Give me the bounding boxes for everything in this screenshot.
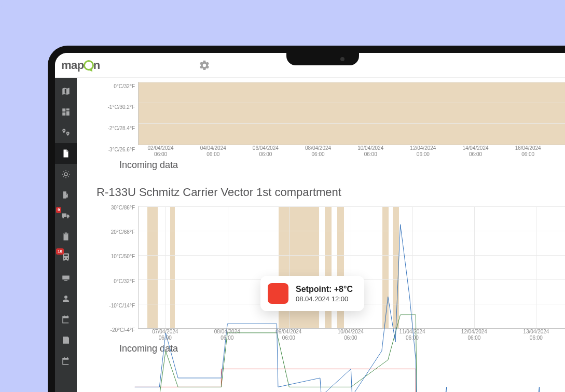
tooltip-title: Setpoint: +8°C (296, 285, 353, 294)
chart1-xtick: 06/04/202406:00 (253, 145, 279, 157)
logo-text-map: map (61, 59, 84, 72)
chart2-y-axis: 30°C/86°F 20°C/68°F 10°C/50°F 0°C/32°F -… (103, 207, 135, 330)
chart2-plot[interactable]: Setpoint: +8°C 08.04.2024 12:00 (138, 206, 565, 329)
chart2-ytick: 10°C/50°F (111, 254, 135, 259)
chart1-ytick: -2°C/28.4°F (108, 125, 135, 131)
chart2-tooltip: Setpoint: +8°C 08.04.2024 12:00 (260, 276, 364, 311)
chart2-xtick: 09/04/202406:00 (275, 329, 301, 341)
chart2-xtick: 12/04/202406:00 (461, 329, 487, 341)
sidebar-item-calendar[interactable] (55, 309, 77, 330)
chart2-x-axis: 07/04/202406:00 08/04/202406:00 09/04/20… (138, 329, 565, 342)
chart2-ytick: -10°C/14°F (109, 302, 135, 308)
chart1-band (139, 82, 565, 145)
sidebar-item-fuel[interactable] (55, 185, 77, 205)
dashboard-icon (61, 107, 71, 117)
chart2-xtick: 13/04/202406:00 (523, 329, 549, 341)
sidebar-item-edit[interactable] (55, 330, 77, 351)
tooltip-subtitle: 08.04.2024 12:00 (296, 295, 353, 303)
chart1-ytick: 0°C/32°F (114, 83, 135, 89)
badge-transit: 10 (56, 248, 64, 255)
chart1-xtick: 08/04/202406:00 (305, 145, 331, 157)
chart1-xtick: 10/04/202406:00 (357, 145, 383, 157)
chart2-ytick: -20°C/-4°F (111, 327, 135, 333)
sidebar-item-alerts[interactable] (55, 164, 77, 185)
fuel-icon (61, 190, 71, 200)
truck-icon (61, 211, 71, 220)
sun-gear-icon (61, 170, 71, 179)
chart2-xtick: 07/04/202406:00 (152, 329, 178, 341)
chart1-xtick: 16/04/202406:00 (515, 145, 541, 157)
user-icon (61, 294, 71, 303)
note-edit-icon (61, 335, 71, 345)
logo[interactable]: map n (61, 59, 100, 72)
chart2-ytick: 0°C/32°F (114, 278, 135, 284)
sidebar-item-tasks[interactable] (55, 226, 77, 247)
chart-panel-2: R-133U Schmitz Carrier Vector 1st compar… (77, 180, 565, 352)
tooltip-swatch (268, 283, 288, 304)
device-frame: map n 9 (48, 46, 565, 392)
device-icon (61, 273, 71, 283)
svg-text:NEW: NEW (63, 361, 69, 364)
chart1-xtick: 04/04/202406:00 (200, 145, 226, 157)
sidebar-item-fleet[interactable]: 9 (55, 205, 77, 226)
document-icon (61, 149, 71, 158)
chart2-xtick: 10/04/202406:00 (338, 329, 364, 341)
pins-icon (61, 128, 71, 137)
chart2-ytick: 20°C/68°F (111, 229, 135, 235)
chart1-xtick: 14/04/202406:00 (462, 145, 488, 157)
sidebar-item-dashboard[interactable] (55, 102, 77, 122)
chart-panel-1: 0°C/32°F -1°C/30.2°F -2°C/28.4°F -3°C/26… (77, 82, 565, 180)
sidebar-item-places[interactable] (55, 122, 77, 143)
sidebar-item-new[interactable]: NEW (55, 351, 77, 371)
chart1-y-axis: 0°C/32°F -1°C/30.2°F -2°C/28.4°F -3°C/26… (103, 86, 135, 149)
gear-icon (199, 60, 210, 71)
sidebar-item-device[interactable] (55, 268, 77, 288)
logo-pin-icon (84, 60, 94, 71)
clipboard-icon (61, 232, 71, 241)
chart1-ytick: -3°C/26.6°F (108, 147, 135, 152)
chart1-incoming-label: Incoming data (77, 160, 565, 171)
sidebar-item-reports[interactable] (55, 143, 77, 164)
map-icon (61, 87, 71, 96)
chart1-x-axis: 02/04/202406:00 04/04/202406:00 06/04/20… (138, 145, 565, 159)
chart2-title: R-133U Schmitz Carrier Vector 1st compar… (77, 180, 565, 203)
badge-fleet: 9 (56, 207, 61, 213)
sidebar-item-transit[interactable]: 10 (55, 247, 77, 268)
calendar-new-icon: NEW (61, 356, 71, 366)
sidebar-item-map[interactable] (55, 81, 77, 102)
settings-button[interactable] (199, 60, 210, 71)
content-area: 0°C/32°F -1°C/30.2°F -2°C/28.4°F -3°C/26… (77, 78, 565, 392)
calendar-icon (61, 315, 71, 324)
logo-text-n: n (93, 59, 100, 72)
sidebar: 9 10 NEW (55, 78, 77, 392)
chart1-ytick: -1°C/30.2°F (108, 104, 135, 110)
chart1-xtick: 02/04/202406:00 (148, 145, 174, 157)
chart2-xtick: 11/04/202406:00 (399, 329, 425, 341)
svg-point-0 (64, 173, 67, 176)
chart2-xtick: 08/04/202406:00 (214, 329, 240, 341)
chart1-xtick: 12/04/202406:00 (410, 145, 436, 157)
device-notch (286, 52, 359, 65)
chart1-plot[interactable] (138, 82, 565, 145)
sidebar-item-user[interactable] (55, 288, 77, 309)
chart2-ytick: 30°C/86°F (111, 205, 135, 211)
